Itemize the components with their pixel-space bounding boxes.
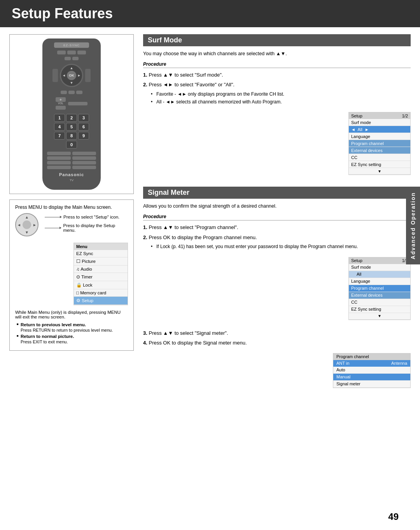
surf-menu-row-4: External devices — [349, 147, 410, 154]
rlong-6 — [72, 161, 96, 164]
surf-step-1-num: 1. — [143, 72, 149, 78]
rlong-7 — [47, 166, 71, 169]
brand-logo: Panasonic — [59, 172, 84, 177]
signal-m1-row-2: Language — [349, 278, 410, 285]
rlong-2 — [72, 152, 96, 155]
bullet-item-2: Return to normal picture. Press EXIT to … — [17, 334, 128, 344]
mini-nav-center — [23, 220, 31, 229]
bullet-sub-2: Press EXIT to exit menu. — [21, 339, 128, 344]
signal-ant-label: ANT in — [336, 361, 349, 366]
signal-step-1-text: Press ▲▼ to select "Program channel". — [149, 224, 238, 230]
tab-label: Advanced Operation — [410, 192, 416, 259]
signal-step-3-text: Press ▲▼ to select "Signal meter". — [149, 330, 228, 336]
surf-menu-arrow-down: ▼ — [349, 168, 410, 175]
remote-btn-2 — [67, 51, 76, 54]
bullet-sub-1: Press RETURN to return to previous level… — [21, 328, 128, 332]
menu-item-lock: 🔒 Lock — [74, 281, 128, 289]
remote-vol-plus: + — [56, 97, 66, 102]
signal-procedure-label: Procedure — [143, 214, 411, 220]
remote-vol-group: + VOL — [56, 97, 66, 110]
numpad-4: 4 — [54, 123, 65, 131]
remote-extra-rows — [47, 152, 96, 169]
surf-step-1: 1. Press ▲▼ to select "Surf mode". — [143, 71, 411, 79]
signal-step-4: 4. Press OK to display the Signal meter … — [143, 339, 411, 347]
nav-down-arrow: ▼ — [70, 81, 74, 85]
instr-arrow-1 — [45, 217, 60, 217]
numpad-9: 9 — [78, 132, 89, 140]
signal-menu-2-header: Program channel — [333, 353, 410, 360]
numpad-1: 1 — [54, 114, 65, 122]
signal-meter-section: Signal Meter Allows you to confirm the s… — [143, 187, 411, 388]
remote-control: EZ-SYNC ▲ ▼ ◄ ► — [42, 38, 101, 190]
page-title: Setup Features — [12, 5, 408, 22]
mini-nav-up: ▲ — [25, 215, 29, 219]
signal-meter-heading: Signal Meter — [143, 187, 411, 199]
nav-left-arrow: ◄ — [62, 73, 66, 77]
mini-nav-circle: ▲ ▼ ◄ ► — [15, 213, 38, 236]
signal-m2-ant-row: ANT in Antenna — [333, 360, 410, 367]
surf-bullet-notes: Favorite - ◄► only displays programs on … — [151, 91, 411, 105]
signal-step-4-num: 4. — [143, 340, 149, 346]
instruction-box: Press MENU to display the Main Menu scre… — [9, 199, 134, 351]
remote-mute-btn — [68, 102, 88, 105]
rlong-4 — [72, 156, 96, 160]
surf-menu-row-0: Surf mode — [349, 119, 410, 126]
remote-nav-circle: ▲ ▼ ◄ ► OK — [60, 64, 83, 87]
signal-m2-meter: Signal meter — [333, 381, 410, 388]
signal-step-3-num: 3. — [143, 330, 149, 336]
remote-btn-1 — [57, 51, 66, 54]
note-text: While Main Menu (only) is displayed, pre… — [15, 310, 121, 319]
surf-bullet-2: All - ◄► selects all channels memorized … — [151, 99, 411, 105]
surf-bullet-1: Favorite - ◄► only displays programs on … — [151, 91, 411, 98]
surf-menu-row-2: Language — [349, 133, 410, 140]
surf-menu-num: 1/2 — [402, 114, 408, 118]
remote-btn-exit — [72, 57, 79, 60]
numpad-8: 8 — [66, 132, 77, 140]
surf-menu-header: Setup 1/2 — [349, 112, 410, 119]
signal-bullet-1: If Lock (p. 41) has been set, you must e… — [151, 243, 411, 250]
menu-item-ezsync: EZ Sync — [74, 250, 128, 257]
remote-btn-sub1 — [61, 91, 67, 94]
model-label: TV — [70, 178, 74, 182]
remote-btn-sub3 — [76, 91, 82, 94]
bullet-main-1: Return to previous level menu. — [21, 322, 86, 327]
signal-step-2-num: 2. — [143, 234, 149, 240]
numpad-0: 0 — [66, 141, 77, 149]
surf-step-2-text: Press ◄► to select "Favorite" or "All". — [149, 82, 234, 87]
menu-item-setup: ⚙ Setup — [74, 297, 128, 305]
menu-header: Menu — [74, 243, 128, 250]
advanced-operation-tab: Advanced Operation — [406, 187, 420, 264]
numpad-5: 5 — [66, 123, 77, 131]
main-menu-box: Menu EZ Sync ☐ Picture ♫ Audio ⊙ Timer 🔒… — [74, 243, 128, 305]
menu-item-picture: ☐ Picture — [74, 257, 128, 266]
remote-image-box: EZ-SYNC ▲ ▼ ◄ ► — [9, 34, 134, 194]
signal-step-2-a: Press OK to display the Program channel — [149, 234, 241, 240]
remote-btn-3 — [77, 51, 86, 54]
surf-step-2: 2. Press ◄► to select "Favorite" or "All… — [143, 81, 411, 89]
ezsync-label: EZ-SYNC — [63, 44, 80, 47]
surf-menu-row-3: Program channel — [349, 140, 410, 147]
signal-m1-row-4: External devices — [349, 292, 410, 299]
signal-m1-row-1: All — [349, 271, 410, 278]
left-column: EZ-SYNC ▲ ▼ ◄ ► — [9, 34, 134, 395]
signal-meter-intro: Allows you to confirm the signal strengt… — [143, 203, 411, 210]
signal-step-2: 2. Press OK to display the Program chann… — [143, 234, 411, 241]
menu-item-memory: □ Memory card — [74, 289, 128, 297]
numpad-6: 6 — [78, 123, 89, 131]
signal-m2-manual: Manual — [333, 374, 410, 381]
remote-vol-label: VOL — [58, 102, 63, 105]
instr-line2: Press to select "Setup" icon. — [45, 215, 128, 219]
surf-mode-section: Surf Mode You may choose the way in whic… — [143, 34, 411, 180]
surf-mode-procedure-label: Procedure — [143, 61, 411, 68]
surf-menu-row-5: CC — [349, 154, 410, 161]
mini-nav-down: ▼ — [25, 230, 29, 234]
signal-m1-arrow: ▼ — [349, 313, 410, 320]
remote-nav-area: ▲ ▼ ◄ ► OK — [52, 64, 91, 87]
signal-ant-value: Antenna — [391, 361, 407, 366]
remote-side-left — [52, 69, 58, 82]
menu-item-timer: ⊙ Timer — [74, 273, 128, 281]
right-column: Surf Mode You may choose the way in whic… — [143, 34, 411, 395]
signal-menu-1: Setup 1/2 Surf mode All Language Program… — [348, 257, 411, 320]
signal-bullet: If Lock (p. 41) has been set, you must e… — [151, 243, 411, 250]
numpad-7: 7 — [54, 132, 65, 140]
